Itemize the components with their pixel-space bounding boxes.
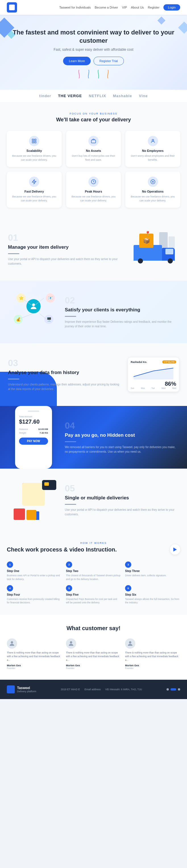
svg-rect-0 (32, 139, 34, 141)
testimonial-2-text: There is nothing more than than acting o… (66, 651, 121, 662)
footer-link-3[interactable]: VEI Messahi: 6 IMRA, TAO, TJU (105, 688, 142, 691)
feature-scalability-title: Scalability (10, 149, 58, 152)
section-02-illustration: ⭐ 💰 📧 🖥️ (8, 292, 59, 332)
truck-wheel-2 (168, 258, 173, 264)
learn-more-button[interactable]: Learn More (63, 57, 90, 65)
svg-rect-4 (91, 140, 96, 143)
step-5-desc: Dispatched Pays Business for cost per ta… (66, 597, 121, 605)
footer-company-info: Tasweel Delivery platform (17, 686, 36, 693)
shop-storefront (22, 483, 45, 506)
step-5-circle: 5 (66, 585, 72, 591)
testimonials-grid: There is nothing more than than acting o… (7, 639, 180, 670)
testimonial-1: There is nothing more than than acting o… (7, 639, 62, 670)
section-03-content: 03 Analyse your data from history Unders… (8, 358, 122, 392)
footer-logo-box (7, 685, 15, 693)
brand-verge: THE VERGE (58, 94, 82, 98)
pay-now-button[interactable]: PAY NOW (19, 438, 48, 445)
step-3: 3 Step Three Driver delivers item, colle… (125, 561, 180, 581)
nav-vip[interactable]: VIP (122, 6, 127, 9)
shop-box-2 (27, 510, 36, 520)
section-02-number: 02 (65, 295, 179, 306)
navbar: Tasweel for Individuals Become a Driver … (0, 0, 187, 15)
step-4-circle: 4 (7, 585, 13, 591)
brand-netflix: NETFLIX (89, 94, 106, 98)
brands-bar: tinder THE VERGE NETFLIX Mashable Vine (0, 90, 187, 102)
features-grid: Scalability Because we use freelance dri… (7, 131, 180, 208)
section-04-content: 04 Pay as you go, no Hidden cost We remo… (65, 421, 179, 454)
footer-link-2[interactable]: Email address (84, 688, 101, 691)
nav-register[interactable]: Register (148, 6, 159, 9)
phone-distance-label: Distance (19, 428, 28, 430)
footer-company-name: Tasweel (17, 686, 36, 690)
step-5: 5 Step Five Dispatched Pays Business for… (66, 585, 121, 605)
section-02-desc: Improve their experience Buy faster Deli… (65, 320, 179, 329)
shop-card (42, 480, 56, 490)
hero-buttons: Learn More Register Trial (11, 57, 176, 65)
section-05-underline (65, 504, 76, 505)
feature-fast-delivery-title: Fast Delivery (10, 190, 58, 193)
step-6-desc: Tasweel always allows the full transacti… (125, 597, 180, 605)
section-01-content: 01 Manage your item delivery Use your po… (8, 232, 122, 266)
arrow-green (96, 70, 100, 78)
truck-wheel-1 (138, 258, 143, 264)
section-01-desc: Use your portal or API to dispatch your … (8, 257, 122, 266)
nav-tasweel[interactable]: Tasweel for Individuals (60, 6, 91, 9)
section-03-title: Analyse your data from history (8, 370, 122, 376)
svg-point-18 (129, 641, 131, 644)
chart-line-svg (131, 365, 176, 379)
pagination-dot-1[interactable] (166, 688, 169, 690)
section-05: 05 Single or multiple deliveries Use you… (0, 469, 187, 531)
brand-mashable: Mashable (113, 94, 132, 98)
shop-box-1 (14, 508, 25, 520)
footer-logo: Tasweel Delivery platform (7, 685, 36, 693)
pagination-dot-3[interactable] (178, 688, 180, 690)
testimonial-2-role: Founder (66, 667, 121, 670)
hero-subtitle: Fast, safest & super easy deliver with a… (11, 48, 176, 52)
feature-peak-hours-desc: Because we use freelance drivers, you ca… (70, 195, 118, 203)
testimonial-2-avatar (66, 639, 76, 649)
footer-pagination (166, 688, 180, 690)
footer-tagline: Delivery platform (17, 690, 36, 693)
section-01: 01 Manage your item delivery Use your po… (0, 218, 187, 281)
avatar-icon-2 (68, 640, 74, 647)
nav-login-button[interactable]: Login (163, 4, 180, 10)
step-2-desc: The closest of thousands of Tasweel driv… (66, 574, 121, 581)
section-02-underline (65, 316, 76, 317)
svg-point-10 (32, 303, 35, 306)
fast-delivery-icon (29, 177, 39, 187)
section-04-illustration: Total Amount $127.60 Distance 12.03 KM W… (8, 417, 59, 457)
footer-link-1[interactable]: 2019 ET IMAD E (61, 688, 80, 691)
avatar-icon-3 (127, 640, 134, 647)
feature-no-operations-title: No Operations (129, 190, 177, 193)
feature-fast-delivery-desc: Because we use freelance drivers, you ca… (10, 195, 58, 203)
svg-point-17 (70, 641, 72, 644)
nav-driver[interactable]: Become a Driver (95, 6, 118, 9)
register-trial-button[interactable]: Register Trial (94, 57, 124, 65)
nav-links: Tasweel for Individuals Become a Driver … (60, 4, 180, 10)
step-1: 1 Step One Business uses API or Portal t… (7, 561, 62, 581)
testimonial-3-text: There is nothing more than than acting o… (125, 651, 180, 662)
testimonial-2: There is nothing more than than acting o… (66, 639, 121, 670)
pagination-dot-2[interactable] (171, 688, 176, 690)
section-03-illustration: Rashedul Ko. VIP ELITE 86% Sun Mon Tue W… (128, 355, 179, 395)
chart-name: Rashedul Ko. (131, 361, 147, 364)
step-6-circle: 6 (125, 585, 131, 591)
section-03-desc: Understand your clients patterns, manage… (8, 382, 122, 392)
phone-distance-row: Distance 12.03 KM (19, 428, 48, 430)
step-4-desc: Customers receive from previously create… (7, 597, 62, 605)
nav-logo-inner (9, 5, 15, 10)
brand-tinder: tinder (39, 94, 51, 98)
no-assets-icon (88, 136, 99, 146)
testimonial-1-role: Founder (7, 667, 62, 670)
process-section: HOW IT WORKS Check work process & video … (0, 531, 187, 615)
section-04-number: 04 (65, 421, 179, 431)
process-play-button[interactable] (170, 545, 180, 555)
step-3-circle: 3 (125, 561, 131, 568)
scalability-icon (29, 136, 39, 146)
avatar-icon-1 (8, 640, 15, 647)
svg-point-5 (152, 139, 154, 141)
nav-about[interactable]: About Us (131, 6, 144, 9)
network-illustration: ⭐ 💰 📧 🖥️ (11, 292, 56, 332)
features-section-label: FOCUS ON YOUR BUSINESS (7, 112, 180, 115)
testimonial-3: There is nothing more than than acting o… (125, 639, 180, 670)
